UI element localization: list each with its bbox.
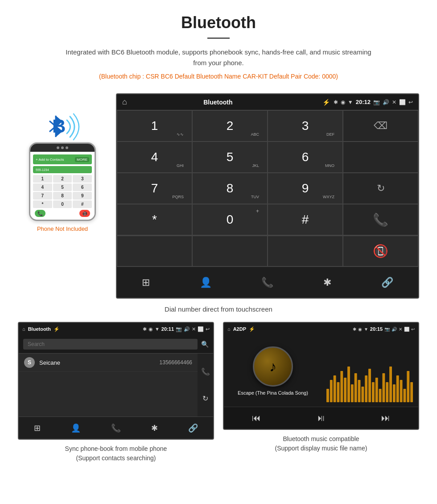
dial-key-8[interactable]: 8 TUV <box>192 173 268 204</box>
pb-screen-title: Bluetooth <box>28 326 51 332</box>
dial-key-6[interactable]: 6 MNO <box>268 142 343 173</box>
music-caption: Bluetooth music compatible(Support displ… <box>275 434 367 453</box>
dial-grid: 1 ∿∿ 2 ABC 3 DEF ⌫ 4 GHI 5 JKL <box>117 110 418 235</box>
pb-bottom-phone-icon[interactable]: 📞 <box>111 423 121 433</box>
pb-bottom-grid-icon[interactable]: ⊞ <box>34 423 41 433</box>
svg-rect-9 <box>337 382 340 402</box>
svg-rect-11 <box>344 378 346 402</box>
music-album-art: ♪ <box>253 346 293 387</box>
svg-rect-20 <box>375 378 378 402</box>
dial-key-5[interactable]: 5 JKL <box>192 142 268 173</box>
phone-key-star[interactable]: * <box>33 200 52 208</box>
music-controls: ⏮ ⏯ ⏭ <box>224 407 418 429</box>
pb-back-icon[interactable]: ↩ <box>206 326 210 332</box>
svg-rect-18 <box>368 369 371 402</box>
dial-key-1[interactable]: 1 ∿∿ <box>117 110 192 142</box>
car-screen-title: Bluetooth <box>117 99 319 106</box>
phone-key-6[interactable]: 6 <box>73 183 92 191</box>
pb-search-icon[interactable]: 🔍 <box>201 341 209 348</box>
phone-dot <box>57 146 59 149</box>
svg-rect-16 <box>361 387 364 402</box>
pb-side-phone-icon[interactable]: 📞 <box>201 367 210 376</box>
pb-bottom-person-icon[interactable]: 👤 <box>71 423 81 433</box>
phone-key-7[interactable]: 7 <box>33 192 52 200</box>
phone-not-included-label: Phone Not Included <box>37 225 88 232</box>
phone-call-red[interactable]: 📵 <box>79 210 90 217</box>
svg-rect-8 <box>334 375 336 402</box>
dial-key-3[interactable]: 3 DEF <box>268 110 343 142</box>
music-main-area: ♪ Escape (The Pina Colada Song) <box>224 335 418 407</box>
dial-bottom-bt-icon[interactable]: ✱ <box>323 277 331 288</box>
pb-bottom-link-icon[interactable]: 🔗 <box>188 423 198 433</box>
svg-rect-28 <box>403 389 406 402</box>
phone-dot <box>61 146 64 149</box>
car-dial-screen: ⌂ Bluetooth ⚡ ✱ ◉ ▼ 20:12 📷 🔊 ✕ ⬜ ↩ 1 ∿∿ <box>116 93 419 299</box>
dial-key-7[interactable]: 7 PQRS <box>117 173 192 204</box>
phone-key-3[interactable]: 3 <box>73 175 92 183</box>
dial-bottom-link-icon[interactable]: 🔗 <box>381 277 393 288</box>
phonebook-item: ⌂ Bluetooth ⚡ ✱ ◉ ▼ 20:11 📷 🔊 ✕ ⬜ ↩ <box>18 322 214 463</box>
location-status-icon: ◉ <box>341 99 345 105</box>
pb-bottom-bt-icon[interactable]: ✱ <box>151 423 158 433</box>
pb-cam-icon: 📷 <box>176 326 182 332</box>
specs-line: (Bluetooth chip : CSR BC6 Default Blueto… <box>9 73 428 80</box>
dial-key-0[interactable]: 0 + <box>192 204 268 235</box>
svg-rect-13 <box>351 384 354 402</box>
pb-search-input[interactable] <box>23 339 198 350</box>
phone-key-4[interactable]: 4 <box>33 183 52 191</box>
back-status-icon[interactable]: ↩ <box>408 99 413 105</box>
phone-key-8[interactable]: 8 <box>53 192 72 200</box>
music-item: ⌂ A2DP ⚡ ✱ ◉ ▼ 20:15 📷 🔊 ✕ ⬜ ↩ <box>223 322 419 463</box>
pb-rect-icon: ⬜ <box>198 326 204 332</box>
dial-key-hash[interactable]: # <box>268 204 343 235</box>
pb-status-right: ✱ ◉ ▼ 20:11 📷 🔊 ✕ ⬜ ↩ <box>143 326 210 332</box>
pb-home-icon[interactable]: ⌂ <box>22 326 25 332</box>
phone-key-5[interactable]: 5 <box>53 183 72 191</box>
phone-key-2[interactable]: 2 <box>53 175 72 183</box>
music-album-container: ♪ <box>253 346 293 387</box>
music-playpause-btn[interactable]: ⏯ <box>317 413 326 423</box>
phone-more-btn[interactable]: MORE <box>75 157 89 162</box>
description-text: Integrated with BC6 Bluetooth module, su… <box>62 47 375 68</box>
pb-bt-icon: ✱ <box>143 326 147 332</box>
phone-call-green[interactable]: 📞 <box>35 210 45 217</box>
dial-key-2[interactable]: 2 ABC <box>192 110 268 142</box>
dial-bottom-phone-icon[interactable]: 📞 <box>261 277 273 288</box>
phone-call-row: 📞 📵 <box>33 210 92 217</box>
dial-cell-callgreen[interactable]: 📞 <box>343 204 418 235</box>
svg-rect-15 <box>358 380 361 402</box>
dial-cell-refresh[interactable]: ↻ <box>343 173 418 204</box>
pb-contact-row[interactable]: S Seicane 13566664466 <box>19 354 198 372</box>
pb-empty-space <box>19 372 198 417</box>
dial-extra-empty2 <box>192 236 268 267</box>
phone-key-hash[interactable]: # <box>73 200 92 208</box>
pb-side-refresh-icon[interactable]: ↻ <box>202 394 208 403</box>
music-back-icon[interactable]: ↩ <box>411 327 415 332</box>
dial-key-9[interactable]: 9 WXYZ <box>268 173 343 204</box>
dial-key-star[interactable]: * <box>117 204 192 235</box>
phone-key-9[interactable]: 9 <box>73 192 92 200</box>
music-next-btn[interactable]: ⏭ <box>381 413 390 423</box>
phone-key-0[interactable]: 0 <box>53 200 72 208</box>
title-divider <box>207 37 230 39</box>
dial-bottom-person-icon[interactable]: 👤 <box>200 277 212 288</box>
dial-key-4[interactable]: 4 GHI <box>117 142 192 173</box>
music-home-icon[interactable]: ⌂ <box>227 326 231 332</box>
svg-rect-27 <box>400 380 403 402</box>
pb-contact-name: Seicane <box>39 359 160 366</box>
volume-status-icon: 🔊 <box>383 99 389 105</box>
music-status-bar: ⌂ A2DP ⚡ ✱ ◉ ▼ 20:15 📷 🔊 ✕ ⬜ ↩ <box>224 323 418 335</box>
svg-rect-12 <box>347 367 350 402</box>
music-loc-icon: ◉ <box>358 327 362 332</box>
rect-status-icon: ⬜ <box>399 99 406 105</box>
dial-cell-callred[interactable]: 📵 <box>343 236 418 267</box>
music-prev-btn[interactable]: ⏮ <box>252 413 261 423</box>
phone-key-1[interactable]: 1 <box>33 175 52 183</box>
phone-status-bar <box>30 144 95 152</box>
dial-bottom-grid-icon[interactable]: ⊞ <box>142 277 150 288</box>
phone-keypad: 1 2 3 4 5 6 7 8 9 * 0 # <box>33 175 92 208</box>
phonebook-caption: Sync phone-book from mobile phone(Suppor… <box>65 444 167 463</box>
dial-cell-backspace[interactable]: ⌫ <box>343 110 418 142</box>
pb-vol-icon: 🔊 <box>184 326 190 332</box>
pb-search-bar: 🔍 <box>19 335 213 354</box>
